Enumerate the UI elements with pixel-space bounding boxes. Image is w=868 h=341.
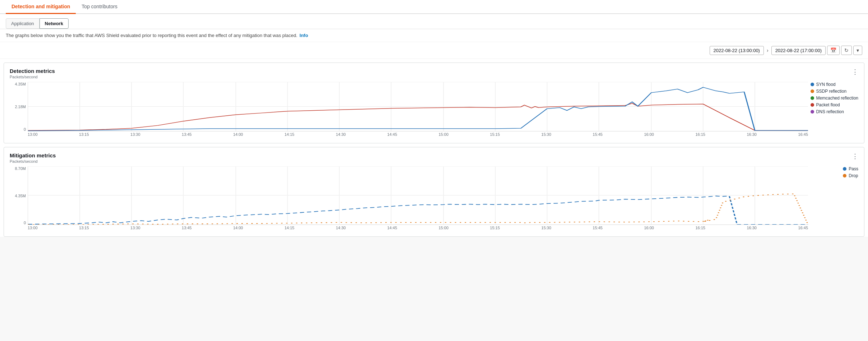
legend-drop: Drop [843, 173, 858, 178]
x-label-9: 15:15 [490, 132, 500, 139]
memcached-dot [811, 96, 814, 100]
packet-flood-dot [811, 103, 814, 107]
mx-label-1: 13:15 [79, 226, 89, 233]
top-tabs: Detection and mitigation Top contributor… [0, 0, 868, 14]
my-label-mid: 4.35M [10, 194, 26, 198]
legend-ssdp: SSDP reflection [811, 89, 858, 94]
legend-dns: DNS reflection [811, 109, 858, 114]
mx-label-8: 15:00 [438, 226, 449, 233]
date-start[interactable]: 2022-08-22 (13:00:00) [710, 46, 764, 55]
legend-memcached: Memcached reflection [811, 96, 858, 101]
date-range-bar: 2022-08-22 (13:00:00) › 2022-08-22 (17:0… [0, 42, 868, 59]
legend-packet-flood: Packet flood [811, 102, 858, 107]
x-label-6: 14:30 [336, 132, 346, 139]
mx-label-3: 13:45 [182, 226, 192, 233]
mx-label-13: 16:15 [695, 226, 705, 233]
detection-x-axis: 13:00 13:15 13:30 13:45 14:00 14:15 14:3… [28, 132, 808, 139]
dropdown-button[interactable]: ▾ [853, 46, 862, 55]
dns-dot [811, 110, 814, 114]
info-link[interactable]: Info [300, 33, 308, 38]
legend-syn-flood: SYN flood [811, 82, 858, 87]
detection-chart-menu[interactable]: ⋮ [852, 68, 858, 76]
y-label-mid: 2.18M [10, 105, 26, 109]
x-label-3: 13:45 [182, 132, 192, 139]
ssdp-label: SSDP reflection [816, 89, 847, 94]
mitigation-legend: Pass Drop [843, 166, 858, 178]
mitigation-metrics-section: Mitigation metrics Packets/second ⋮ 8.70… [4, 147, 864, 237]
detection-legend: SYN flood SSDP reflection Memcached refl… [811, 82, 858, 114]
detection-y-label: Packets/second [10, 75, 55, 79]
y-label-top: 4.35M [10, 82, 26, 86]
tab-application[interactable]: Application [6, 18, 40, 29]
syn-flood-label: SYN flood [816, 82, 836, 87]
detection-y-axis: 4.35M 2.18M 0 [10, 82, 26, 132]
sub-tabs: Application Network [0, 14, 868, 29]
mx-label-4: 14:00 [233, 226, 243, 233]
mx-label-12: 16:00 [644, 226, 654, 233]
tab-detection-mitigation[interactable]: Detection and mitigation [6, 0, 76, 14]
mx-label-2: 13:30 [130, 226, 140, 233]
detection-plot [28, 82, 808, 132]
memcached-label: Memcached reflection [816, 96, 858, 101]
x-label-10: 15:30 [541, 132, 551, 139]
info-text: The graphs below show you the traffic th… [6, 33, 297, 38]
detection-chart-title: Detection metrics [10, 68, 55, 74]
mitigation-y-label: Packets/second [10, 159, 56, 163]
syn-flood-dot [811, 83, 814, 86]
x-label-2: 13:30 [130, 132, 140, 139]
ssdp-dot [811, 89, 814, 93]
x-label-1: 13:15 [79, 132, 89, 139]
mx-label-14: 16:30 [747, 226, 757, 233]
mx-label-10: 15:30 [541, 226, 551, 233]
mitigation-chart-title: Mitigation metrics [10, 152, 56, 158]
x-label-5: 14:15 [284, 132, 294, 139]
drop-dot [843, 174, 846, 178]
x-label-4: 14:00 [233, 132, 243, 139]
detection-chart-header: Detection metrics Packets/second ⋮ [10, 68, 858, 80]
mx-label-9: 15:15 [490, 226, 500, 233]
legend-pass: Pass [843, 166, 858, 171]
x-label-7: 14:45 [387, 132, 397, 139]
mx-label-7: 14:45 [387, 226, 397, 233]
mitigation-chart-menu[interactable]: ⋮ [852, 152, 858, 160]
x-label-14: 16:30 [747, 132, 757, 139]
info-bar: The graphs below show you the traffic th… [0, 29, 868, 42]
calendar-icon-button[interactable]: 📅 [827, 46, 840, 55]
mitigation-chart-header: Mitigation metrics Packets/second ⋮ [10, 152, 858, 165]
mx-label-0: 13:00 [28, 226, 38, 233]
packet-flood-label: Packet flood [816, 102, 840, 107]
x-label-11: 15:45 [593, 132, 603, 139]
pass-dot [843, 167, 846, 171]
detection-chart-area: 4.35M 2.18M 0 [10, 82, 858, 139]
mitigation-x-axis: 13:00 13:15 13:30 13:45 14:00 14:15 14:3… [28, 226, 808, 233]
x-label-15: 16:45 [798, 132, 808, 139]
mitigation-y-axis: 8.70M 4.35M 0 [10, 166, 26, 225]
x-label-0: 13:00 [28, 132, 38, 139]
x-label-13: 16:15 [695, 132, 705, 139]
my-label-top: 8.70M [10, 166, 26, 171]
date-end[interactable]: 2022-08-22 (17:00:00) [771, 46, 826, 55]
date-arrow-icon: › [765, 47, 770, 53]
tab-top-contributors[interactable]: Top contributors [76, 0, 123, 14]
dns-label: DNS reflection [816, 109, 844, 114]
y-label-bot: 0 [10, 127, 26, 132]
detection-metrics-section: Detection metrics Packets/second ⋮ 4.35M… [4, 63, 864, 143]
x-label-8: 15:00 [438, 132, 449, 139]
tab-network[interactable]: Network [40, 18, 69, 29]
mx-label-6: 14:30 [336, 226, 346, 233]
pass-label: Pass [849, 166, 858, 171]
mx-label-15: 16:45 [798, 226, 808, 233]
mx-label-5: 14:15 [284, 226, 294, 233]
mitigation-plot [28, 166, 808, 225]
mx-label-11: 15:45 [593, 226, 603, 233]
mitigation-chart-area: 8.70M 4.35M 0 [10, 166, 858, 233]
refresh-button[interactable]: ↻ [841, 46, 852, 55]
my-label-bot: 0 [10, 221, 26, 225]
drop-label: Drop [849, 173, 858, 178]
x-label-12: 16:00 [644, 132, 654, 139]
